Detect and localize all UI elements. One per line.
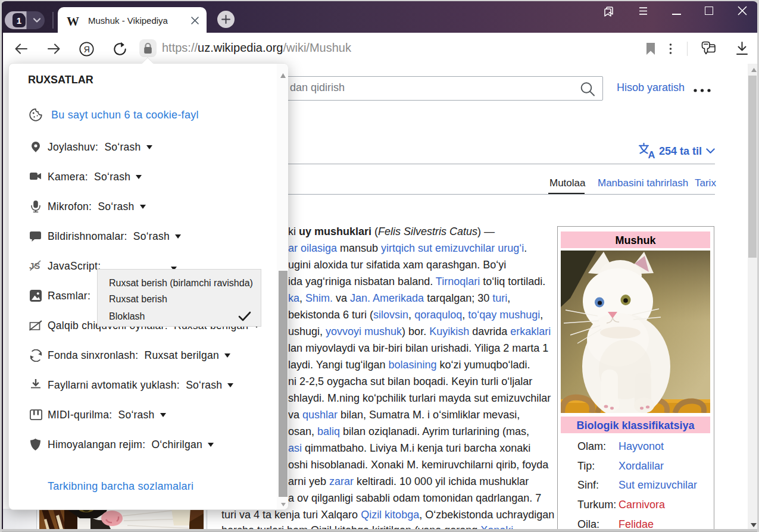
svg-text:1: 1: [17, 15, 21, 26]
svg-text:A: A: [648, 149, 655, 158]
svg-text:Я: Я: [84, 45, 90, 54]
